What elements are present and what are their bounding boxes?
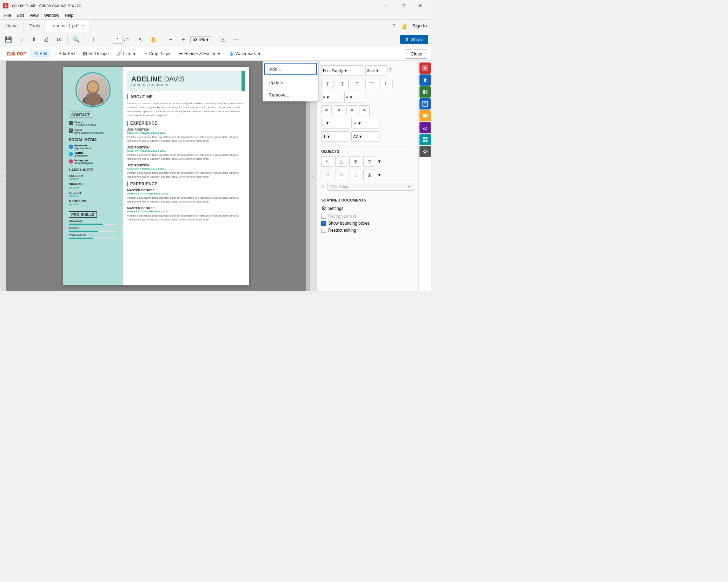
- header-footer-button[interactable]: ☰ Header & Footer ▼: [176, 50, 225, 58]
- text-bold-button[interactable]: T: [336, 79, 349, 89]
- prev-page-button[interactable]: ↑: [88, 34, 99, 45]
- bell-icon[interactable]: 🔔: [401, 23, 407, 29]
- cyan-icon-svg: [422, 137, 428, 143]
- align-left-button[interactable]: ≡: [321, 105, 332, 115]
- edit-using-dropdown[interactable]: Edit Using... ▼: [327, 183, 414, 191]
- hand-tool-button[interactable]: ✋: [148, 34, 159, 45]
- upload-button[interactable]: ⬆: [28, 34, 39, 45]
- align-center-button[interactable]: ≡: [334, 105, 344, 115]
- toolbar-more-button[interactable]: ···: [231, 34, 242, 45]
- zoom-selector[interactable]: 53.4% ▼: [190, 36, 212, 43]
- print-button[interactable]: 🖨: [41, 34, 52, 45]
- tab-tools[interactable]: Tools: [24, 20, 46, 32]
- line-spacing-dropdown[interactable]: ↕▼: [321, 118, 349, 128]
- menu-view[interactable]: View: [27, 12, 41, 19]
- align-right-button[interactable]: ≡: [346, 105, 357, 115]
- edit-button[interactable]: ✎ Edit: [31, 50, 51, 58]
- font-family-dropdown[interactable]: Font Family ▼: [321, 65, 363, 76]
- select-obj-button[interactable]: ↖: [321, 156, 333, 167]
- next-page-button[interactable]: ↓: [100, 34, 112, 45]
- close-edit-button[interactable]: Close: [405, 49, 428, 59]
- menu-help[interactable]: Help: [62, 12, 77, 19]
- add-text-button[interactable]: T Add Text: [51, 50, 79, 58]
- toolbar-separator-3: [132, 35, 132, 44]
- share-button[interactable]: ⬆ Share: [400, 35, 428, 44]
- acrobat-tool-icon[interactable]: A: [419, 62, 431, 74]
- minimize-button[interactable]: ─: [378, 0, 395, 11]
- menu-file[interactable]: File: [1, 12, 14, 19]
- left-panel-toggle[interactable]: ‹: [0, 61, 6, 291]
- text-superscript-button[interactable]: T1: [365, 79, 378, 89]
- facebook-item: f Facebook @yourfacebook: [69, 144, 117, 150]
- move-obj-button[interactable]: △: [335, 156, 347, 167]
- font-size-dropdown[interactable]: Size ▼: [365, 65, 386, 76]
- menu-edit[interactable]: Edit: [14, 12, 27, 19]
- tab-home[interactable]: Home: [0, 20, 24, 32]
- export-tool-icon[interactable]: [419, 74, 431, 86]
- page-input[interactable]: [113, 36, 123, 44]
- tab-close-icon[interactable]: ×: [81, 23, 84, 28]
- sign-in-button[interactable]: Sign In: [413, 23, 427, 28]
- main-toolbar: 💾 ☆ ⬆ 🖨 ✉ 🔍 ↑ ↓ / 1 ↖ ✋ － ＋ 53.4% ▼ ⊡ ··…: [0, 32, 431, 47]
- edit-pdf-toolbar: Edit PDF ✎ Edit T Add Text 🖼 Add Image 🔗…: [0, 47, 431, 61]
- text-italic-button[interactable]: T: [351, 79, 363, 89]
- compare-tool-icon[interactable]: [419, 86, 431, 98]
- watermark-remove-item[interactable]: Remove...: [263, 89, 318, 101]
- bounding-checkbox[interactable]: ✓: [321, 221, 326, 226]
- green-icon-svg: [422, 89, 428, 95]
- zoom-in-button[interactable]: ＋: [178, 34, 189, 45]
- cursor-tool-button[interactable]: ↖: [135, 34, 146, 45]
- more-obj-button[interactable]: ⊞: [363, 170, 375, 180]
- person-silhouette: [79, 78, 107, 106]
- close-button[interactable]: ✕: [412, 0, 428, 11]
- recognize-checkbox[interactable]: [321, 214, 326, 219]
- email-item: ✉ Email travis anderson@mail.com: [69, 128, 117, 134]
- char-scale-dropdown[interactable]: AV▼: [351, 131, 379, 142]
- save-button[interactable]: 💾: [3, 34, 14, 45]
- crop-obj-button[interactable]: ⊞: [349, 156, 361, 167]
- objects-row2-dropdown-icon[interactable]: ▼: [377, 172, 382, 177]
- tab-pdf[interactable]: resume-1.pdf ×: [46, 20, 90, 32]
- watermark-update-item[interactable]: Update...: [263, 77, 318, 89]
- resume-photo: [75, 72, 111, 107]
- undo-obj-button: ↺: [321, 170, 333, 180]
- list-type-dropdown-1[interactable]: ≡▼: [321, 92, 342, 102]
- edit-more-button[interactable]: ···: [266, 50, 276, 58]
- maximize-button[interactable]: □: [395, 0, 411, 11]
- link-button[interactable]: 🔗 Link ▼: [113, 50, 140, 58]
- flip-obj-button: ⊟: [349, 170, 361, 180]
- search-button[interactable]: 🔍: [71, 34, 82, 45]
- crop-pages-button[interactable]: ✂ Crop Pages: [141, 50, 175, 58]
- bookmark-button[interactable]: ☆: [15, 34, 27, 45]
- group-obj-button[interactable]: ⊡: [363, 156, 375, 167]
- comment-tool-icon[interactable]: [419, 110, 431, 121]
- email-button[interactable]: ✉: [53, 34, 65, 45]
- add-image-button[interactable]: 🖼 Add Image: [79, 50, 112, 58]
- edu-2: MASTER DEGREE UNIVERSITY NAME 2020 | 202…: [127, 206, 245, 221]
- watermark-button[interactable]: 💧 Watermark ▼: [225, 50, 265, 58]
- app-icon: A: [3, 3, 8, 8]
- fit-page-button[interactable]: ⊡: [218, 34, 229, 45]
- settings-row: ⚙ Settings: [321, 205, 414, 212]
- zoom-out-button[interactable]: －: [165, 34, 176, 45]
- align-justify-button[interactable]: ≡: [359, 105, 370, 115]
- right-panel: Font Family ▼ Size ▼ ? T T T T1 T1: [317, 61, 418, 291]
- edit-active-tool-icon[interactable]: [419, 98, 431, 110]
- settings-tool-icon[interactable]: [419, 146, 431, 157]
- text-subscript-button[interactable]: T1: [380, 79, 393, 89]
- text-normal-button[interactable]: T: [321, 79, 334, 89]
- char-spacing-dropdown[interactable]: ↔▼: [351, 118, 379, 128]
- help-icon[interactable]: ?: [393, 23, 396, 29]
- yellow-icon-svg: [422, 113, 428, 119]
- restrict-checkbox[interactable]: [321, 228, 326, 233]
- organize-tool-icon[interactable]: [419, 134, 431, 145]
- svg-rect-14: [423, 137, 425, 139]
- list-type-dropdown-2[interactable]: ≡▼: [344, 92, 365, 102]
- svg-text:A: A: [4, 4, 7, 8]
- watermark-add-item[interactable]: Add...: [264, 63, 317, 75]
- objects-dropdown-icon[interactable]: ▼: [377, 159, 382, 164]
- signature-tool-icon[interactable]: [419, 122, 431, 133]
- menu-window[interactable]: Window: [41, 12, 62, 19]
- edit-pencil-icon: ✏: [321, 184, 325, 190]
- font-color-dropdown[interactable]: T ▼: [321, 131, 349, 142]
